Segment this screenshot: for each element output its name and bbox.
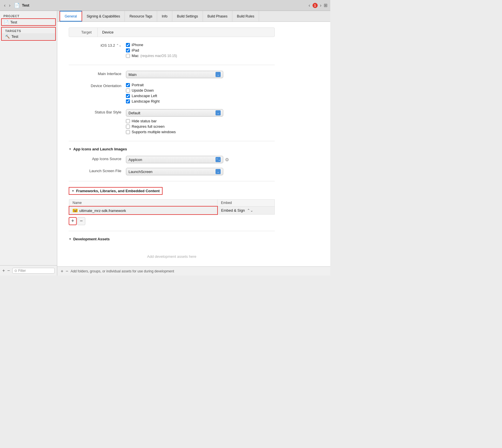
separator-2 [69,141,275,141]
iphone-row: iPhone [126,43,177,47]
portrait-row: Portrait [126,83,275,87]
app-icons-source-dropdown[interactable]: AppIcon ⌃⌄ [126,156,223,163]
filter-box[interactable]: ⊙ Filter [12,268,55,274]
mac-note: (requires macOS 10.15) [141,54,177,58]
ipad-checkbox[interactable] [126,48,130,52]
launch-screen-dropdown[interactable]: LaunchScreen ⌄ [126,168,223,175]
multiple-windows-row: Supports multiple windows [126,130,275,134]
status-bar-dropdown[interactable]: Default ⌄ [126,109,223,117]
status-bar-row: Status Bar Style Default ⌄ Hide status b… [69,109,275,135]
portrait-checkbox[interactable] [126,83,130,87]
tab-signing[interactable]: Signing & Capabilities [82,11,125,21]
full-screen-checkbox[interactable] [126,125,130,129]
fw-embed-cell[interactable]: Embed & Sign ⌃⌄ [218,206,275,215]
tab-bar: General Signing & Capabilities Resource … [57,11,330,22]
status-bar-label: Status Bar Style [69,109,126,114]
iphone-checkbox[interactable] [126,43,130,47]
sidebar-content: PROJECT 📄 Test TARGETS 🔨 Test [0,11,57,265]
nav-back-button[interactable]: ‹ [3,2,7,9]
landscape-left-label: Landscape Left [132,94,157,98]
project-icon: 📄 [4,20,9,24]
target-name: Test [11,34,18,39]
framework-row[interactable]: 📦 ultimate_mrz-sdk.framework Embed & Sig… [69,206,275,215]
fw-add-remove-bar: + − [69,217,275,225]
sidebar-item-target[interactable]: 🔨 Test [2,33,55,40]
sidebar-add-button[interactable]: + [2,268,5,273]
content-area: Target Device iOS 13.2 ⌃⌄ iPhone [57,22,330,266]
full-screen-label: Requires full screen [132,124,165,129]
app-icons-header-label: App Icons and Launch Images [73,147,127,151]
fw-remove-button[interactable]: − [77,217,85,225]
filter-icon: ⊙ [14,269,17,273]
app-icons-section-header[interactable]: ▼ App Icons and Launch Images [69,147,275,151]
project-section-label: PROJECT [0,13,57,18]
fw-embed-value: Embed & Sign [221,208,245,213]
fw-embed-col: Embed [218,200,275,207]
main-interface-dropdown[interactable]: Main ⌄ [126,71,223,78]
bottom-add-button[interactable]: + [61,269,63,274]
target-row-value: Device [98,28,118,37]
frameworks-header[interactable]: ▼ Frameworks, Libraries, and Embedded Co… [69,187,163,195]
version-stepper[interactable]: ⌃⌄ [116,44,121,47]
sidebar-bottom: + − ⊙ Filter [0,265,57,276]
targets-section-label: TARGETS [2,28,55,33]
status-bar-arrow: ⌄ [216,110,221,115]
landscape-left-row: Landscape Left [126,94,275,98]
upside-down-checkbox[interactable] [126,89,130,93]
nav-forward-button[interactable]: › [8,2,11,9]
app-icons-triangle: ▼ [69,148,72,151]
sidebar-item-project[interactable]: 📄 Test [1,18,56,26]
sidebar: PROJECT 📄 Test TARGETS 🔨 Test + − ⊙ Filt… [0,11,57,276]
layout-icon[interactable]: ⊞ [324,3,327,8]
hide-status-bar-row: Hide status bar [126,119,275,123]
tab-build-phases[interactable]: Build Phases [203,11,232,21]
app-icons-settings-icon[interactable]: ⚙ [225,157,229,162]
main-interface-row: Main Interface Main ⌄ [69,71,275,78]
tab-resource-tags[interactable]: Resource Tags [125,11,157,21]
main-layout: PROJECT 📄 Test TARGETS 🔨 Test + − ⊙ Filt… [0,11,330,276]
status-bar-content: Default ⌄ Hide status bar Requires full … [126,109,275,135]
bottom-remove-button[interactable]: − [66,269,68,274]
nav-right-icon[interactable]: › [320,3,321,8]
main-interface-value: Main [129,72,137,77]
launch-screen-content: LaunchScreen ⌄ [126,168,275,175]
ipad-row: iPad [126,48,177,52]
dev-assets-header[interactable]: ▼ Development Assets [69,237,275,241]
nav-left-icon[interactable]: ‹ [309,3,310,8]
app-icons-source-label: App Icons Source [69,156,126,161]
landscape-right-checkbox[interactable] [126,99,130,103]
titlebar-title: Test [22,3,29,7]
ios-label: iOS 13.2 ⌃⌄ [69,43,126,48]
tab-build-settings[interactable]: Build Settings [172,11,203,21]
target-row: Target Device [69,27,275,37]
main-interface-arrow: ⌄ [216,72,221,77]
hide-status-bar-checkbox[interactable] [126,119,130,123]
app-icons-source-value: AppIcon [129,158,142,162]
frameworks-table: Name Embed 📦 ultimate_mrz-sdk.framework [69,199,275,215]
fw-icon-container: 📦 ultimate_mrz-sdk.framework [73,209,126,213]
ios-checkboxes: iPhone iPad Mac (requires macOS 10.15) [126,43,177,59]
tab-info[interactable]: Info [157,11,172,21]
iphone-label: iPhone [132,43,143,47]
ios-version-row: iOS 13.2 ⌃⌄ iPhone iPad [69,43,275,59]
portrait-label: Portrait [132,83,144,87]
dev-assets-placeholder: Add development assets here [69,246,275,267]
fw-add-button[interactable]: + [69,217,77,225]
sidebar-remove-button[interactable]: − [7,268,10,273]
tab-general[interactable]: General [60,11,82,21]
fw-embed-stepper[interactable]: ⌃⌄ [247,208,253,213]
landscape-left-checkbox[interactable] [126,94,130,98]
upside-down-label: Upside Down [132,88,154,93]
full-screen-row: Requires full screen [126,124,275,129]
hide-status-bar-label: Hide status bar [132,119,157,123]
mac-checkbox[interactable] [126,54,130,58]
multiple-windows-checkbox[interactable] [126,130,130,134]
target-icon: 🔨 [5,34,10,39]
fw-name-col: Name [69,200,218,207]
filter-label: Filter [18,269,26,273]
tab-build-rules[interactable]: Build Rules [232,11,259,21]
nav-buttons[interactable]: ‹ › [3,2,12,9]
launch-screen-label: Launch Screen File [69,168,126,173]
bottom-bar-text: Add folders, groups, or individual asset… [71,269,174,273]
device-orientation-label: Device Orientation [69,83,126,88]
